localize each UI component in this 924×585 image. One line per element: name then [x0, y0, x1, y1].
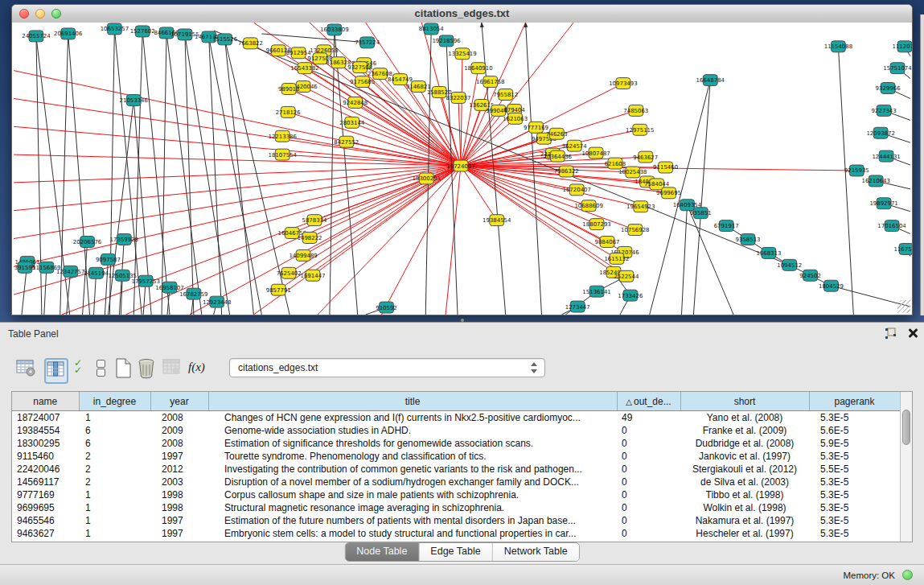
graph-node[interactable]: 9227343 — [872, 105, 897, 116]
cell-pagerank[interactable]: 5.3E-5 — [809, 514, 900, 527]
cell-name[interactable]: 22420046 — [12, 463, 79, 476]
graph-node[interactable]: 10688609 — [574, 200, 602, 212]
graph-node[interactable]: 9215935 — [844, 165, 869, 176]
function-builder-icon[interactable]: f(x) — [188, 360, 205, 374]
tab-node-table[interactable]: Node Table — [345, 543, 419, 561]
graph-node[interactable]: 18640910 — [464, 63, 492, 74]
graph-node[interactable]: 1691447 — [301, 270, 326, 281]
graph-node[interactable]: 1733426 — [618, 290, 643, 301]
cell-year[interactable]: 2003 — [150, 476, 208, 488]
cell-short[interactable]: de Silva et al. (2003) — [680, 476, 809, 488]
new-table-icon[interactable] — [114, 358, 133, 382]
graph-node[interactable]: 6791917 — [714, 220, 739, 232]
table-row[interactable]: 969969511998Structural magnetic resonanc… — [12, 501, 900, 514]
cell-year[interactable]: 1997 — [150, 450, 208, 463]
column-header-out_de[interactable]: △out_de... — [617, 392, 680, 411]
close-panel-icon[interactable] — [907, 328, 918, 339]
column-header-in_degree[interactable]: in_degree — [79, 392, 150, 411]
table-header-row[interactable]: namein_degreeyeartitle△out_de...shortpag… — [12, 392, 900, 411]
cell-name[interactable]: 9777169 — [12, 488, 79, 501]
table-row[interactable]: 911546021997Tourette syndrome. Phenomeno… — [12, 450, 900, 463]
cell-short[interactable]: Hescheler et al. (1997) — [680, 527, 809, 540]
table-scrollbar[interactable] — [900, 392, 912, 542]
cell-year[interactable]: 2008 — [150, 437, 208, 450]
cell-title[interactable]: Corpus callosum shape and size in male p… — [208, 488, 617, 501]
graph-node[interactable]: 11154088 — [824, 41, 852, 52]
cell-short[interactable]: Yano et al. (2008) — [680, 411, 809, 425]
cell-name[interactable]: 9115460 — [12, 450, 79, 463]
graph-node[interactable]: 19892971 — [869, 198, 897, 209]
scrollbar-thumb[interactable] — [902, 410, 910, 445]
cell-title[interactable]: Estimation of the future numbers of pati… — [208, 514, 617, 527]
cell-out_de[interactable]: 0 — [617, 501, 680, 514]
import-table-icon[interactable] — [162, 358, 182, 379]
graph-node[interactable]: 9358513 — [736, 234, 761, 245]
table-row[interactable]: 2242004622012Investigating the contribut… — [12, 463, 900, 476]
column-header-year[interactable]: year — [150, 392, 208, 411]
graph-node[interactable]: 24055724 — [22, 31, 51, 42]
table-row[interactable]: 977716911998Corpus callosum shape and si… — [12, 488, 900, 501]
graph-node[interactable]: 15751074 — [883, 63, 912, 74]
graph-node[interactable]: 1621063 — [503, 113, 528, 124]
cell-in_degree[interactable]: 2 — [79, 463, 150, 476]
cell-title[interactable]: Structural magnetic resonance image aver… — [208, 501, 617, 514]
table-settings-icon[interactable] — [16, 358, 37, 381]
cell-in_degree[interactable]: 1 — [79, 488, 150, 501]
graph-node[interactable]: 10973493 — [609, 78, 637, 89]
graph-node[interactable]: 16720407 — [563, 184, 591, 196]
graph-node[interactable]: 989018 — [278, 84, 300, 95]
graph-node[interactable]: 910592 — [376, 302, 397, 313]
cell-out_de[interactable]: 0 — [617, 514, 680, 527]
select-all-icon[interactable]: ✓✓ — [74, 360, 87, 374]
network-canvas[interactable]: 1872400718300295193845549777169949756874… — [12, 23, 912, 315]
graph-node[interactable]: 10653257 — [101, 23, 129, 35]
cell-title[interactable]: Disruption of a novel member of a sodium… — [208, 476, 617, 488]
table-row[interactable]: 1872400712008Changes of HCN gene express… — [12, 411, 900, 425]
table-row[interactable]: 1938455462009Genome-wide association stu… — [12, 424, 900, 437]
cell-year[interactable]: 2009 — [150, 424, 208, 437]
graph-node[interactable]: 1167534 — [893, 243, 912, 254]
graph-node[interactable]: 1145194 — [84, 267, 109, 278]
cell-title[interactable]: Estimation of significance thresholds fo… — [208, 437, 617, 450]
cell-name[interactable]: 9463627 — [12, 527, 79, 540]
cell-out_de[interactable]: 0 — [617, 463, 680, 476]
cell-title[interactable]: Changes of HCN gene expression and I(f) … — [208, 411, 617, 425]
graph-node[interactable]: 19218596 — [432, 35, 460, 47]
cell-short[interactable]: Stergiakouli et al. (2012) — [680, 463, 809, 476]
graph-node[interactable]: 17016504 — [877, 220, 906, 232]
cell-in_degree[interactable]: 1 — [79, 501, 150, 514]
column-header-title[interactable]: title — [208, 392, 617, 411]
cell-title[interactable]: Embryonic stem cells: a model to study s… — [208, 527, 617, 540]
cell-name[interactable]: 14569117 — [12, 476, 79, 488]
graph-node[interactable]: 7485063 — [623, 105, 648, 116]
window-titlebar[interactable]: citations_edges.txt — [12, 5, 912, 23]
graph-node[interactable]: 1527602 — [130, 26, 155, 37]
graph-node[interactable]: 21053346 — [120, 95, 148, 106]
graph-node[interactable]: 13325419 — [448, 48, 476, 60]
graph-node[interactable]: 7955812 — [493, 89, 518, 101]
graph-node[interactable]: 7663822 — [238, 38, 263, 49]
cell-short[interactable]: Jankovic et al. (1997) — [680, 450, 809, 463]
cell-title[interactable]: Tourette syndrome. Phenomenology and cla… — [208, 450, 617, 463]
cell-short[interactable]: Nakamura et al. (1997) — [680, 514, 809, 527]
cell-out_de[interactable]: 0 — [617, 424, 680, 437]
cell-pagerank[interactable]: 5.3E-5 — [809, 527, 900, 540]
graph-node[interactable]: 14099489 — [289, 249, 317, 261]
cell-name[interactable]: 9699695 — [12, 501, 79, 514]
cell-pagerank[interactable]: 5.9E-5 — [809, 437, 900, 450]
graph-node[interactable]: 5878334 — [302, 215, 328, 226]
graph-node[interactable]: 20691406 — [54, 28, 82, 39]
graph-node[interactable]: 16210643 — [861, 175, 889, 187]
column-visibility-icon[interactable] — [44, 358, 68, 384]
graph-node[interactable]: 19654923 — [626, 201, 655, 212]
cell-title[interactable]: Genome-wide association studies in ADHD. — [208, 424, 617, 437]
cell-short[interactable]: Wolkin et al. (1998) — [680, 501, 809, 514]
cell-in_degree[interactable]: 1 — [79, 514, 150, 527]
cell-out_de[interactable]: 0 — [617, 450, 680, 463]
cell-pagerank[interactable]: 5.3E-5 — [809, 501, 900, 514]
table-selector-dropdown[interactable]: citations_edges.txt — [229, 358, 545, 377]
cell-pagerank[interactable]: 5.5E-5 — [809, 463, 900, 476]
graph-node[interactable]: 9857791 — [266, 284, 291, 295]
graph-node[interactable]: 12975115 — [626, 124, 654, 135]
column-header-short[interactable]: short — [680, 392, 809, 411]
